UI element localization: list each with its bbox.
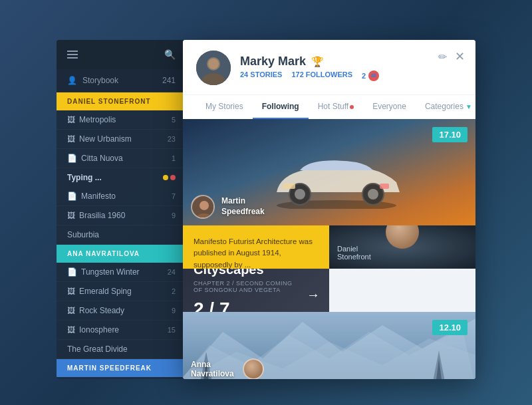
sidebar-item-ionosphere[interactable]: 🖼Ionosphere 15 — [57, 321, 186, 340]
sidebar-item-typing[interactable]: Typing ... — [57, 168, 186, 187]
item-label: Citta Nuova — [81, 154, 123, 163]
item-label: Ionosphere — [79, 325, 119, 335]
sidebar: 🔍 👤 Storybook 241 DANIEL STONEFRONT 🖼Met… — [57, 40, 186, 379]
stories-label: STORIES — [250, 70, 282, 78]
card-cityscapes[interactable]: Cityscapes CHAPTER 2 / SECOND COMINGOF S… — [183, 269, 329, 312]
stories-count: 24 — [240, 70, 248, 78]
storybook-count: 241 — [162, 76, 176, 85]
sidebar-item-metropolis[interactable]: 🖼Metropolis 5 — [57, 110, 186, 130]
svg-point-12 — [200, 201, 209, 210]
section-header-martin: MARTIN SPEEDFREAK — [57, 359, 186, 377]
item-label: Emerald Sping — [79, 287, 132, 296]
nav-tabs: My Stories Following Hot Stuff Everyone … — [183, 94, 475, 119]
item-label: Metropolis — [79, 115, 116, 124]
item-label: New Urbanism — [79, 134, 132, 144]
profile-actions: ✏ ✕ — [438, 49, 465, 64]
profile-info: Marky Mark 🏆 24 STORIES 172 FOLLOWERS 2 … — [240, 55, 379, 81]
storybook-label: Storybook — [82, 76, 118, 85]
file-icon: 📄 — [67, 267, 77, 277]
message-dot: ✉ — [368, 70, 379, 81]
item-label: Brasilia 1960 — [79, 211, 125, 220]
img-icon: 🖼 — [67, 306, 75, 315]
item-count: 9 — [172, 211, 176, 219]
tab-categories[interactable]: Categories ▼ — [416, 95, 475, 119]
hot-badge — [350, 105, 354, 109]
profile-name: Marky Mark 🏆 — [240, 55, 379, 68]
svg-point-6 — [295, 189, 305, 200]
item-count: 7 — [172, 192, 176, 200]
img-icon: 🖼 — [67, 115, 75, 124]
sidebar-item-great-divide[interactable]: The Great Divide — [57, 340, 186, 359]
user-icon: 👤 — [67, 76, 77, 85]
cityscapes-subtitle: CHAPTER 2 / SECOND COMINGOF SONGOKU AND … — [194, 280, 319, 293]
edit-icon[interactable]: ✏ — [438, 51, 447, 63]
svg-point-8 — [368, 189, 378, 200]
sidebar-item-new-urbanism[interactable]: 🖼New Urbanism 23 — [57, 130, 186, 149]
tab-following[interactable]: Following — [253, 95, 309, 119]
profile-top: Marky Mark 🏆 24 STORIES 172 FOLLOWERS 2 … — [196, 51, 462, 94]
tab-my-stories[interactable]: My Stories — [196, 95, 253, 119]
anna-avatar — [243, 358, 264, 379]
sidebar-item-emerald-sping[interactable]: 🖼Emerald Sping 2 — [57, 282, 186, 301]
car-author-name: MartinSpeedfreak — [221, 196, 265, 217]
sidebar-item-tungsten-winter[interactable]: 📄Tungsten Winter 24 — [57, 263, 186, 282]
messages-badge: 2 ✉ — [362, 70, 379, 81]
item-label: Rock Steady — [79, 306, 124, 315]
sidebar-item-brasilia[interactable]: 🖼Brasilia 1960 9 — [57, 206, 186, 225]
item-label: Tungsten Winter — [81, 267, 140, 277]
section-header-daniel: DANIEL STONEFRONT — [57, 92, 186, 110]
item-count: 9 — [172, 307, 176, 315]
item-count: 15 — [168, 326, 176, 334]
chevron-down-icon: ▼ — [466, 103, 472, 110]
followers-label: FOLLOWERS — [306, 70, 352, 78]
svg-rect-10 — [380, 184, 389, 189]
profile-header: Marky Mark 🏆 24 STORIES 172 FOLLOWERS 2 … — [183, 40, 475, 94]
content-grid: 17.10 MartinSpeedfreak Manifesto Futuris… — [183, 119, 475, 379]
car-author-avatar — [191, 195, 215, 219]
car-date-badge: 17.10 — [432, 127, 467, 142]
search-icon[interactable]: 🔍 — [164, 49, 176, 60]
card-daniel[interactable]: DanielStonefront — [329, 225, 475, 269]
hamburger-icon[interactable] — [67, 51, 78, 59]
item-count: 24 — [168, 268, 176, 276]
daniel-name: DanielStonefront — [337, 245, 467, 261]
tab-everyone[interactable]: Everyone — [363, 95, 416, 119]
winter-date-badge: 12.10 — [432, 320, 467, 335]
sidebar-item-manifesto[interactable]: 📄Manifesto 7 — [57, 187, 186, 206]
item-count: 2 — [172, 287, 176, 295]
sidebar-header: 🔍 — [57, 40, 186, 69]
avatar — [196, 51, 231, 85]
svg-rect-9 — [283, 184, 295, 189]
typing-dots — [163, 175, 176, 180]
cityscapes-title: Cityscapes — [194, 269, 319, 277]
card-yellow[interactable]: Manifesto Futurist Architecture was publ… — [183, 225, 329, 269]
sidebar-item-rock-steady[interactable]: 🖼Rock Steady 9 — [57, 301, 186, 321]
yellow-card-text: Manifesto Futurist Architecture was publ… — [194, 236, 319, 269]
sidebar-item-citta-nuova[interactable]: 📄Citta Nuova 1 — [57, 149, 186, 168]
cityscapes-arrow[interactable]: → — [307, 287, 320, 303]
img-icon: 🖼 — [67, 287, 75, 296]
tab-hot-stuff[interactable]: Hot Stuff — [309, 95, 363, 119]
svg-point-3 — [208, 59, 219, 69]
img-icon: 🖼 — [67, 325, 75, 335]
anna-name: AnnaNavratilova — [191, 360, 234, 378]
img-icon: 🖼 — [67, 134, 75, 144]
item-count: 5 — [172, 116, 176, 124]
sidebar-item-suburbia[interactable]: Suburbia — [57, 225, 186, 245]
messages-count: 2 — [362, 72, 366, 80]
card-winter[interactable]: 12.10 AnnaNavratilova — [183, 312, 475, 379]
item-label: The Great Divide — [67, 344, 128, 354]
item-label: Manifesto — [81, 192, 116, 201]
main-panel: Marky Mark 🏆 24 STORIES 172 FOLLOWERS 2 … — [183, 40, 475, 379]
item-count: 23 — [168, 135, 176, 143]
close-icon[interactable]: ✕ — [455, 49, 465, 64]
file-icon: 📄 — [67, 154, 77, 163]
followers-count: 172 — [291, 70, 303, 78]
file-icon: 📄 — [67, 192, 77, 201]
sidebar-item-vanashing-point[interactable]: 📄Vanashing Point 12 — [57, 377, 186, 379]
winter-author-info: AnnaNavratilova — [191, 360, 234, 378]
typing-label: Typing ... — [67, 173, 102, 182]
card-car[interactable]: 17.10 MartinSpeedfreak — [183, 119, 475, 225]
storybook-row[interactable]: 👤 Storybook 241 — [57, 69, 186, 92]
item-count: 1 — [172, 154, 176, 162]
